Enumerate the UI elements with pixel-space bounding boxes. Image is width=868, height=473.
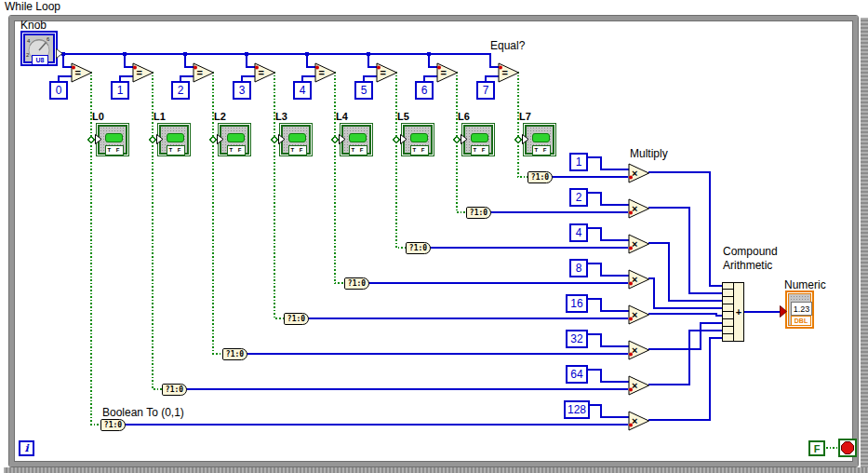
boolean-to-01-text: ?1:0 [166,385,183,394]
numeric-constant[interactable]: 2 [171,81,190,100]
knob-type-tag: U8 [32,55,48,65]
multiply-node[interactable]: × [628,304,650,325]
boolean-to-01-node[interactable]: ?1:0 [466,207,491,219]
led-label: L2 [214,111,226,123]
led-input-arrow [278,134,286,144]
multiply-node[interactable]: × [628,375,650,396]
boolean-to-01-node[interactable]: ?1:0 [406,242,431,254]
numeric-constant[interactable]: 1 [111,81,129,100]
svg-text:=: = [197,67,203,78]
numeric-constant[interactable]: 4 [569,223,588,242]
led-tf-label: T F [167,145,185,155]
led-indicator-terminal[interactable]: T F [461,123,495,156]
equal-node[interactable]: = [132,62,154,83]
led-tf-label: T F [532,145,551,155]
boolean-to-01-label: Boolean To (0,1) [102,407,184,419]
equal-node[interactable]: = [193,62,215,83]
numeric-constant[interactable]: 0 [49,81,68,100]
numeric-indicator-terminal[interactable]: 1.23 DBL [785,291,814,329]
boolean-to-01-text: ?1:0 [531,173,549,182]
led-indicator-terminal[interactable]: T F [157,123,191,156]
led-light-icon [288,133,306,142]
blue-wire-group[interactable] [59,54,781,425]
led-tf-label: T F [349,145,367,155]
numeric-constant[interactable]: 1 [569,153,588,171]
led-input-arrow [461,134,468,144]
led-label: L3 [275,111,287,123]
numeric-constant[interactable]: 5 [354,81,373,100]
led-input-arrow [95,134,102,144]
boolean-to-01-node[interactable]: ?1:0 [284,313,309,325]
loop-condition-terminal[interactable] [838,439,857,457]
boolean-to-01-text: ?1:0 [287,315,305,323]
knob-output-arrow [56,48,63,59]
multiply-node[interactable]: × [628,411,650,431]
numeric-input-arrow [780,305,787,318]
led-tf-label: T F [471,145,489,155]
boolean-to-01-text: ?1:0 [409,244,427,252]
numeric-constant[interactable]: 3 [233,81,251,100]
knob-control-terminal[interactable]: 2 4 6 U8 [20,31,58,66]
led-tf-label: T F [227,145,246,155]
numeric-constant[interactable]: 64 [566,365,588,384]
led-indicator-terminal[interactable]: T F [340,123,373,156]
numeric-constant[interactable]: 8 [569,259,588,277]
numeric-constant[interactable]: 32 [566,330,588,348]
multiply-node[interactable]: × [628,234,650,254]
iteration-label: i [24,442,28,454]
loop-iteration-terminal[interactable]: i [19,440,34,456]
false-constant[interactable]: F [808,440,825,456]
svg-text:6: 6 [47,36,50,42]
multiply-node[interactable]: × [628,269,650,290]
boolean-to-01-node[interactable]: ?1:0 [100,419,126,431]
led-light-icon [349,133,367,142]
multiply-node[interactable]: × [628,198,650,219]
led-indicator-terminal[interactable]: T F [523,123,556,156]
compound-arithmetic-node[interactable]: + [722,282,744,342]
equal-node[interactable]: = [314,62,337,83]
led-light-icon [167,133,184,142]
stop-sign-icon [841,441,854,454]
multiply-label: Multiply [630,148,668,160]
boolean-to-01-node[interactable]: ?1:0 [527,171,553,183]
numeric-constant[interactable]: 2 [569,188,588,207]
led-label: L5 [397,111,409,123]
multiply-node[interactable]: × [628,340,650,360]
led-input-arrow [156,134,164,144]
svg-text:=: = [75,67,81,78]
numeric-constant[interactable]: 6 [415,81,434,100]
numeric-constant[interactable]: 7 [476,81,495,100]
boolean-to-01-node[interactable]: ?1:0 [344,277,369,290]
led-indicator-terminal[interactable]: T F [96,123,129,156]
led-tf-label: T F [105,145,124,155]
equal-node[interactable]: = [498,62,520,83]
numeric-constant[interactable]: 128 [564,400,590,419]
led-light-icon [532,133,550,142]
led-indicator-terminal[interactable]: T F [279,123,313,156]
labview-block-diagram: While Loop [0,0,868,473]
led-light-icon [471,133,488,142]
led-indicator-terminal[interactable]: T F [401,123,434,156]
numeric-constant[interactable]: 16 [566,294,588,313]
led-light-icon [227,133,245,142]
led-label: L6 [458,111,470,123]
boolean-to-01-text: ?1:0 [104,421,122,429]
svg-text:=: = [381,67,386,78]
equal-node[interactable]: = [436,62,459,83]
svg-text:4: 4 [27,38,31,44]
boolean-to-01-node[interactable]: ?1:0 [162,384,187,396]
svg-text:=: = [137,67,142,78]
boolean-to-01-text: ?1:0 [226,350,244,358]
svg-text:=: = [319,67,325,78]
led-light-icon [410,133,428,142]
equal-node[interactable]: = [376,62,398,83]
equal-node[interactable]: = [254,62,276,83]
equal-node[interactable]: = [71,62,93,83]
boolean-to-01-node[interactable]: ?1:0 [222,348,247,360]
led-label: L7 [519,111,531,123]
numeric-value: 1.23 [791,302,812,316]
led-indicator-terminal[interactable]: T F [218,123,251,156]
wire-layer [0,0,868,473]
numeric-constant[interactable]: 4 [293,81,312,100]
multiply-node[interactable]: × [628,163,650,183]
